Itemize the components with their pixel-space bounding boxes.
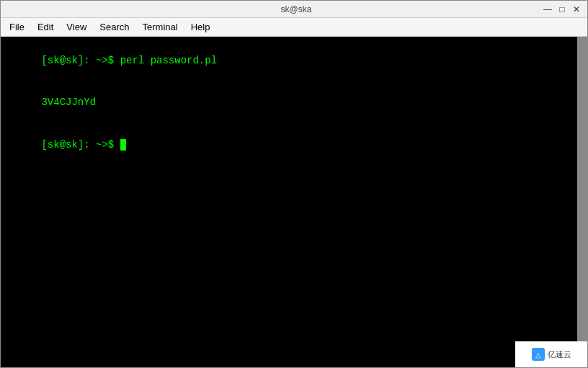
menu-help[interactable]: Help bbox=[185, 20, 216, 34]
output-1: 3V4CJJnYd bbox=[41, 97, 96, 108]
watermark-icon: △ bbox=[532, 348, 545, 361]
prompt-2: [sk@sk]: ~>$ bbox=[41, 139, 120, 151]
title-bar: sk@ska — □ ✕ bbox=[1, 1, 587, 18]
terminal-line-1: [sk@sk]: ~>$ perl password.pl bbox=[5, 40, 583, 82]
terminal-line-3: [sk@sk]: ~>$ bbox=[5, 125, 583, 167]
terminal-area[interactable]: [sk@sk]: ~>$ perl password.pl 3V4CJJnYd … bbox=[1, 37, 587, 367]
watermark-icon-symbol: △ bbox=[535, 351, 541, 359]
terminal-window: sk@ska — □ ✕ File Edit View Search Termi… bbox=[0, 0, 588, 368]
watermark: △ 亿速云 bbox=[515, 341, 587, 367]
menu-bar: File Edit View Search Terminal Help bbox=[1, 18, 587, 37]
prompt-1: [sk@sk]: ~>$ bbox=[41, 55, 120, 66]
terminal-line-2: 3V4CJJnYd bbox=[5, 82, 583, 125]
menu-search[interactable]: Search bbox=[94, 20, 135, 34]
restore-button[interactable]: □ bbox=[557, 4, 567, 14]
menu-view[interactable]: View bbox=[61, 20, 92, 34]
cursor bbox=[120, 139, 126, 151]
menu-file[interactable]: File bbox=[4, 20, 30, 34]
close-button[interactable]: ✕ bbox=[571, 4, 582, 14]
menu-terminal[interactable]: Terminal bbox=[137, 20, 184, 34]
watermark-label: 亿速云 bbox=[548, 349, 571, 360]
menu-edit[interactable]: Edit bbox=[32, 20, 59, 34]
scrollbar[interactable] bbox=[577, 37, 587, 367]
command-1: perl password.pl bbox=[120, 55, 217, 66]
minimize-button[interactable]: — bbox=[543, 4, 553, 14]
window-controls: — □ ✕ bbox=[543, 4, 582, 14]
window-title: sk@ska bbox=[50, 4, 543, 14]
